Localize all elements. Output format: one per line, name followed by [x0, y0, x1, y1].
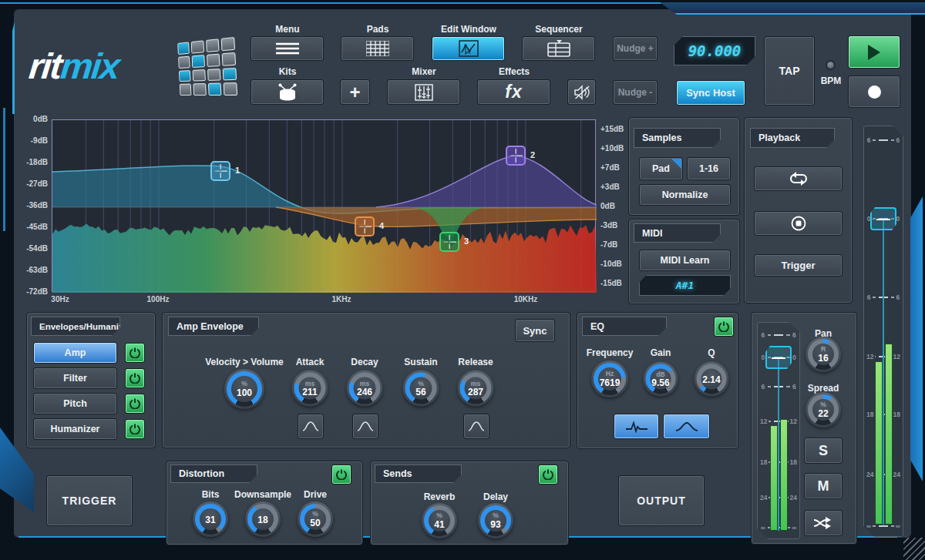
eq-gain-axis-label: +3dB: [600, 183, 620, 191]
play-icon: [868, 45, 880, 60]
channel-fader: 660066121218182424∞∞: [757, 322, 800, 539]
decay-label: Decay: [351, 357, 378, 367]
mute-channel-button[interactable]: M: [804, 473, 843, 499]
decay-curve-button[interactable]: [352, 414, 378, 439]
power-icon: [130, 398, 140, 409]
spread-knob[interactable]: %22: [806, 392, 841, 428]
eq-node-1[interactable]: 1: [210, 161, 230, 181]
kits-button[interactable]: [251, 79, 324, 105]
delay-knob[interactable]: %93: [478, 503, 513, 538]
record-button[interactable]: [848, 75, 900, 108]
samples-title: Samples: [634, 128, 721, 148]
eq-node-4[interactable]: 4: [355, 216, 375, 236]
pad-button[interactable]: Pad: [639, 157, 683, 180]
filter-power-toggle[interactable]: [125, 368, 145, 388]
solo-button[interactable]: S: [804, 438, 843, 464]
eq-node-number: 1: [235, 166, 240, 175]
midi-note-display[interactable]: A#1: [639, 275, 731, 296]
release-label: Release: [458, 357, 493, 367]
envelope-tab-pitch[interactable]: Pitch: [33, 393, 117, 414]
gain-label: Gain: [651, 347, 671, 358]
logo-pads-icon: [177, 37, 237, 96]
pads-button[interactable]: [341, 36, 414, 61]
power-icon: [130, 347, 140, 358]
drive-knob[interactable]: %50: [298, 501, 333, 537]
envelope-tab-filter[interactable]: Filter: [33, 367, 117, 389]
mixer-button[interactable]: [387, 79, 460, 105]
effects-button[interactable]: fx: [477, 79, 550, 105]
tap-button[interactable]: TAP: [764, 36, 815, 106]
amp-power-toggle[interactable]: [125, 343, 145, 363]
velocity-volume-knob[interactable]: %100: [224, 369, 264, 409]
midi-learn-button[interactable]: MIDI Learn: [639, 250, 731, 271]
envelope-tab-humanizer[interactable]: Humanizer: [33, 418, 117, 440]
trigger-button[interactable]: TRIGGER: [46, 475, 133, 526]
eq-gain-axis-label: -10dB: [600, 260, 622, 268]
eq-node-2[interactable]: 2: [506, 146, 526, 166]
menu-button[interactable]: [251, 36, 324, 61]
pan-knob[interactable]: R16: [806, 337, 841, 372]
bpm-display[interactable]: 90.000: [674, 36, 755, 65]
envelope-tab-amp[interactable]: Amp: [33, 342, 117, 364]
edit-window-icon: [459, 40, 479, 57]
mute-button[interactable]: [567, 79, 596, 105]
bits-knob[interactable]: 31: [193, 501, 228, 537]
db-axis-label: -36dB: [17, 201, 48, 210]
loop-button[interactable]: [754, 166, 843, 191]
frequency-knob[interactable]: Hz7619: [591, 360, 628, 397]
sequencer-label: Sequencer: [535, 24, 582, 35]
nudge-plus-button[interactable]: Nudge +: [613, 36, 658, 61]
resize-grip[interactable]: [903, 538, 925, 560]
envelopes-title: Envelopes/Humanizer: [31, 317, 120, 336]
attack-knob[interactable]: ms211: [292, 371, 328, 407]
eq-spectrum-analyzer[interactable]: 1234: [52, 119, 596, 292]
sustain-knob[interactable]: %56: [403, 371, 439, 407]
db-axis-label: -63dB: [17, 266, 48, 274]
pad-range-button[interactable]: 1-16: [687, 157, 731, 180]
pads-grid-icon: [366, 41, 389, 56]
add-pad-button[interactable]: +: [340, 79, 370, 105]
attack-label: Attack: [296, 357, 325, 367]
power-icon: [718, 321, 729, 332]
humanizer-power-toggle[interactable]: [125, 419, 145, 439]
gain-knob[interactable]: dB9.56: [644, 362, 678, 397]
output-button[interactable]: OUTPUT: [618, 475, 705, 526]
eq-gain-axis-label: +15dB: [600, 125, 624, 133]
sequencer-button[interactable]: [522, 36, 595, 61]
record-icon: [868, 86, 881, 99]
decay-knob[interactable]: ms246: [347, 371, 383, 407]
q-knob[interactable]: 2.14: [695, 362, 729, 397]
nudge-minus-button[interactable]: Nudge -: [613, 80, 658, 105]
kits-label: Kits: [279, 66, 297, 77]
pitch-power-toggle[interactable]: [125, 394, 145, 414]
menu-icon: [274, 42, 301, 55]
distortion-power-toggle[interactable]: [331, 464, 352, 485]
sync-button[interactable]: Sync: [515, 319, 555, 342]
attack-curve-button[interactable]: [298, 414, 324, 439]
sync-host-button[interactable]: Sync Host: [676, 80, 745, 106]
sends-power-toggle[interactable]: [538, 464, 558, 485]
eq-node-3[interactable]: 3: [439, 232, 459, 252]
top-accent-line: [0, 2, 925, 4]
fx-icon: fx: [505, 82, 522, 102]
playback-trigger-button[interactable]: Trigger: [754, 254, 843, 277]
release-curve-button[interactable]: [463, 414, 489, 439]
release-knob[interactable]: ms287: [458, 371, 494, 407]
shuffle-button[interactable]: [804, 510, 843, 536]
normalize-button[interactable]: Normalize: [639, 184, 731, 206]
freq-axis-label: 100Hz: [147, 295, 170, 303]
pad-corner-marker: [671, 159, 681, 169]
downsample-knob[interactable]: 18: [245, 501, 281, 537]
stop-button[interactable]: [754, 211, 843, 236]
eq-gain-axis-label: 0dB: [600, 202, 615, 210]
freq-axis-label: 1KHz: [331, 295, 351, 303]
eq-power-toggle[interactable]: [714, 317, 734, 337]
pads-label: Pads: [367, 24, 389, 35]
play-button[interactable]: [848, 35, 900, 69]
eq-analyzer-toggle-button[interactable]: [614, 414, 659, 439]
eq-curve-toggle-button[interactable]: [663, 414, 710, 439]
edit-window-button[interactable]: [432, 36, 505, 61]
fader-handle[interactable]: [765, 346, 792, 369]
reverb-knob[interactable]: %41: [422, 503, 457, 538]
fader-handle[interactable]: [870, 207, 896, 230]
